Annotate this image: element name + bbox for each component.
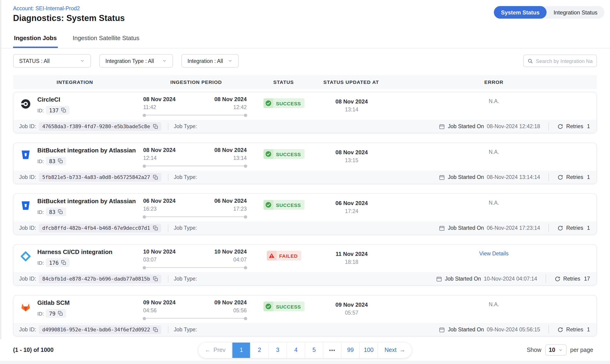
integration-name: BitBucket integration by Atlassian bbox=[37, 198, 136, 205]
divider bbox=[168, 224, 168, 231]
divider bbox=[168, 275, 168, 282]
copy-icon[interactable] bbox=[153, 327, 158, 332]
per-page-label: per page bbox=[570, 347, 593, 353]
copy-icon[interactable] bbox=[153, 225, 158, 231]
copy-icon[interactable] bbox=[153, 276, 158, 281]
column-status-updated-at: STATUS UPDATED AT bbox=[312, 79, 391, 85]
period-range-slider[interactable] bbox=[143, 267, 247, 268]
integration-id-value: 83 bbox=[49, 208, 55, 215]
period-end-date: 06 Nov 2024 bbox=[214, 198, 247, 205]
period-start-date: 08 Nov 2024 bbox=[143, 96, 176, 103]
job-type-label: Job Type: bbox=[174, 124, 197, 129]
ingestion-job-row: Gitlab SCM ID: 79 09 Nov 2024 04:56 bbox=[13, 295, 597, 337]
ingestion-job-row: BitBucket integration by Atlassian ID: 8… bbox=[13, 143, 597, 184]
page-button-4[interactable]: 4 bbox=[287, 342, 305, 358]
prev-page-button[interactable]: ← Prev bbox=[199, 342, 232, 358]
period-end-time: 13:14 bbox=[214, 155, 247, 161]
retries-icon bbox=[557, 174, 563, 180]
slider-start-handle[interactable] bbox=[143, 317, 146, 320]
page-button-99[interactable]: 99 bbox=[341, 342, 359, 358]
bitbucket-icon bbox=[20, 149, 31, 160]
search-input[interactable] bbox=[536, 58, 593, 64]
status-updated-date: 08 Nov 2024 bbox=[312, 98, 391, 105]
slider-end-handle[interactable] bbox=[244, 266, 247, 269]
job-id-label: Job ID: bbox=[19, 225, 36, 231]
slider-end-handle[interactable] bbox=[244, 114, 247, 117]
slider-start-handle[interactable] bbox=[143, 215, 146, 218]
status-filter-dropdown[interactable]: STATUS : All bbox=[13, 54, 91, 68]
period-start-time: 04:56 bbox=[143, 308, 176, 313]
page-button-100[interactable]: 100 bbox=[359, 342, 378, 358]
page-header: Account: SEI-Internal-Prod2 Diagnostics:… bbox=[0, 0, 610, 26]
integration-filter-dropdown[interactable]: Integration : All bbox=[181, 54, 239, 68]
period-range-slider[interactable] bbox=[143, 216, 247, 217]
job-type-label: Job Type: bbox=[174, 276, 197, 282]
period-start-date: 08 Nov 2024 bbox=[143, 147, 176, 154]
retries-value: 1 bbox=[587, 327, 590, 332]
ingestion-jobs-list: CircleCI ID: 137 08 Nov 2024 11:42 bbox=[13, 92, 597, 364]
period-start-time: 11:42 bbox=[143, 104, 176, 110]
page-size-select[interactable]: 10 bbox=[545, 344, 566, 356]
status-updated-time: 13:14 bbox=[312, 107, 391, 112]
job-id-value: dfcb8ffd-482b-4fb4-b468-67e9decc07d1 bbox=[42, 225, 150, 231]
calendar-icon bbox=[436, 276, 442, 282]
period-end-date: 10 Nov 2024 bbox=[214, 248, 247, 255]
page-button-5[interactable]: 5 bbox=[305, 342, 323, 358]
account-breadcrumb-link[interactable]: Account: SEI-Internal-Prod2 bbox=[13, 5, 80, 12]
job-started-label: Job Started On bbox=[448, 124, 484, 129]
slider-end-handle[interactable] bbox=[244, 164, 247, 168]
period-range-slider[interactable] bbox=[143, 115, 247, 116]
tab-ingestion-jobs[interactable]: Ingestion Jobs bbox=[13, 28, 58, 48]
id-label: ID: bbox=[37, 260, 44, 265]
status-updated-time: 18:18 bbox=[312, 259, 391, 265]
page-button-2[interactable]: 2 bbox=[250, 342, 268, 358]
status-text: SUCCESS bbox=[273, 200, 305, 210]
arrow-right-icon: → bbox=[399, 347, 405, 353]
divider bbox=[548, 122, 549, 130]
toggle-system-status[interactable]: System Status bbox=[494, 6, 546, 19]
copy-icon[interactable] bbox=[153, 175, 158, 180]
page-button-3[interactable]: 3 bbox=[268, 342, 287, 358]
tab-ingestion-satellite-status[interactable]: Ingestion Satellite Status bbox=[72, 28, 140, 48]
view-details-link[interactable]: View Details bbox=[479, 251, 509, 256]
period-start-date: 10 Nov 2024 bbox=[143, 248, 176, 255]
period-range-slider[interactable] bbox=[143, 318, 247, 319]
slider-end-handle[interactable] bbox=[244, 317, 247, 320]
page-button-1[interactable]: 1 bbox=[232, 342, 250, 358]
copy-icon[interactable] bbox=[61, 260, 66, 265]
integration-id-value: 137 bbox=[49, 107, 59, 114]
slider-start-handle[interactable] bbox=[143, 164, 146, 168]
copy-icon[interactable] bbox=[58, 311, 63, 316]
status-badge: SUCCESS bbox=[263, 98, 305, 108]
job-id-label: Job ID: bbox=[19, 327, 36, 332]
slider-start-handle[interactable] bbox=[143, 114, 146, 117]
copy-icon[interactable] bbox=[61, 108, 66, 113]
search-box bbox=[523, 54, 597, 67]
job-id-pill: d4990816-952e-419e-bdb6-34f6ef2d0922 bbox=[39, 325, 161, 334]
period-end-date: 08 Nov 2024 bbox=[214, 147, 247, 154]
retries-icon bbox=[555, 276, 561, 282]
next-page-button[interactable]: Next → bbox=[378, 342, 411, 358]
toggle-integration-status[interactable]: Integration Status bbox=[547, 6, 604, 19]
slider-end-handle[interactable] bbox=[244, 215, 247, 218]
integration-type-filter-dropdown[interactable]: Integration Type : All bbox=[99, 54, 173, 68]
integration-name: BitBucket integration by Atlassian bbox=[37, 147, 136, 154]
copy-icon[interactable] bbox=[153, 124, 158, 129]
integration-id-pill: 176 bbox=[46, 258, 69, 267]
job-details-strip: Job ID: d4990816-952e-419e-bdb6-34f6ef2d… bbox=[13, 323, 597, 336]
job-started-label: Job Started On bbox=[448, 327, 484, 332]
job-id-pill: 47658da3-f389-4fd7-9280-e5b3bade5c8e bbox=[39, 122, 161, 131]
copy-icon[interactable] bbox=[58, 209, 63, 214]
copy-icon[interactable] bbox=[58, 158, 63, 164]
calendar-icon bbox=[439, 326, 445, 333]
integration-name: Harness CI/CD integration bbox=[37, 248, 112, 256]
slider-start-handle[interactable] bbox=[143, 266, 146, 269]
success-check-icon bbox=[263, 200, 273, 210]
job-started-label: Job Started On bbox=[445, 276, 481, 282]
period-start-date: 09 Nov 2024 bbox=[143, 299, 176, 306]
period-range-slider[interactable] bbox=[143, 166, 247, 166]
status-updated-date: 09 Nov 2024 bbox=[312, 301, 391, 309]
retries-label: Retries bbox=[566, 225, 583, 231]
status-text: SUCCESS bbox=[273, 98, 305, 108]
success-check-icon bbox=[263, 301, 273, 311]
